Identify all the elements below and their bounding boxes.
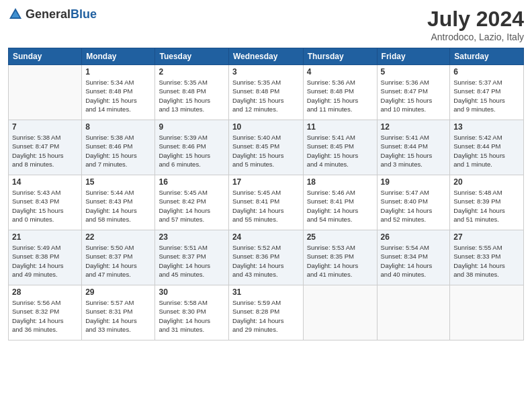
- day-info: Sunrise: 5:54 AMSunset: 8:34 PMDaylight:…: [381, 243, 447, 279]
- col-wednesday: Wednesday: [228, 48, 303, 65]
- table-row: 11Sunrise: 5:41 AMSunset: 8:45 PMDayligh…: [303, 120, 377, 175]
- day-number: 2: [159, 67, 224, 77]
- table-row: 17Sunrise: 5:45 AMSunset: 8:41 PMDayligh…: [228, 175, 303, 230]
- day-number: 13: [453, 122, 520, 132]
- day-number: 18: [307, 177, 373, 187]
- day-info: Sunrise: 5:52 AMSunset: 8:36 PMDaylight:…: [232, 243, 300, 279]
- table-row: 31Sunrise: 5:59 AMSunset: 8:28 PMDayligh…: [228, 285, 303, 340]
- table-row: 23Sunrise: 5:51 AMSunset: 8:37 PMDayligh…: [155, 230, 228, 285]
- table-row: 9Sunrise: 5:39 AMSunset: 8:46 PMDaylight…: [155, 120, 228, 175]
- calendar-week-row: 7Sunrise: 5:38 AMSunset: 8:47 PMDaylight…: [9, 120, 524, 175]
- table-row: 27Sunrise: 5:55 AMSunset: 8:33 PMDayligh…: [450, 230, 524, 285]
- day-number: 30: [159, 287, 224, 297]
- calendar: Sunday Monday Tuesday Wednesday Thursday…: [8, 48, 524, 340]
- day-info: Sunrise: 5:35 AMSunset: 8:48 PMDaylight:…: [232, 78, 300, 113]
- table-row: [377, 285, 450, 340]
- table-row: 4Sunrise: 5:36 AMSunset: 8:48 PMDaylight…: [303, 65, 377, 120]
- day-info: Sunrise: 5:38 AMSunset: 8:47 PMDaylight:…: [12, 133, 78, 169]
- day-number: 25: [307, 232, 373, 242]
- table-row: [303, 285, 377, 340]
- logo-icon: [8, 7, 23, 21]
- col-saturday: Saturday: [450, 48, 524, 65]
- day-info: Sunrise: 5:56 AMSunset: 8:32 PMDaylight:…: [12, 298, 78, 334]
- table-row: 6Sunrise: 5:37 AMSunset: 8:47 PMDaylight…: [450, 65, 524, 120]
- day-info: Sunrise: 5:43 AMSunset: 8:43 PMDaylight:…: [12, 188, 78, 224]
- day-number: 12: [381, 122, 447, 132]
- day-info: Sunrise: 5:38 AMSunset: 8:46 PMDaylight:…: [85, 133, 151, 169]
- table-row: 10Sunrise: 5:40 AMSunset: 8:45 PMDayligh…: [228, 120, 303, 175]
- table-row: [9, 65, 82, 120]
- table-row: 30Sunrise: 5:58 AMSunset: 8:30 PMDayligh…: [155, 285, 228, 340]
- calendar-week-row: 14Sunrise: 5:43 AMSunset: 8:43 PMDayligh…: [9, 175, 524, 230]
- day-number: 19: [381, 177, 447, 187]
- table-row: 20Sunrise: 5:48 AMSunset: 8:39 PMDayligh…: [450, 175, 524, 230]
- table-row: 12Sunrise: 5:41 AMSunset: 8:44 PMDayligh…: [377, 120, 450, 175]
- day-number: 4: [307, 67, 373, 77]
- day-info: Sunrise: 5:44 AMSunset: 8:43 PMDaylight:…: [85, 188, 151, 224]
- day-number: 7: [12, 122, 78, 132]
- day-info: Sunrise: 5:36 AMSunset: 8:47 PMDaylight:…: [381, 78, 447, 113]
- day-info: Sunrise: 5:59 AMSunset: 8:28 PMDaylight:…: [232, 298, 300, 334]
- day-number: 3: [232, 67, 300, 77]
- day-number: 21: [12, 232, 78, 242]
- day-number: 16: [159, 177, 224, 187]
- day-info: Sunrise: 5:55 AMSunset: 8:33 PMDaylight:…: [453, 243, 520, 279]
- day-info: Sunrise: 5:47 AMSunset: 8:40 PMDaylight:…: [381, 188, 447, 224]
- table-row: 26Sunrise: 5:54 AMSunset: 8:34 PMDayligh…: [377, 230, 450, 285]
- calendar-week-row: 1Sunrise: 5:34 AMSunset: 8:48 PMDaylight…: [9, 65, 524, 120]
- table-row: 21Sunrise: 5:49 AMSunset: 8:38 PMDayligh…: [9, 230, 82, 285]
- table-row: 5Sunrise: 5:36 AMSunset: 8:47 PMDaylight…: [377, 65, 450, 120]
- header: GeneralBlue July 2024 Antrodoco, Lazio, …: [8, 7, 524, 42]
- table-row: 15Sunrise: 5:44 AMSunset: 8:43 PMDayligh…: [82, 175, 155, 230]
- calendar-header-row: Sunday Monday Tuesday Wednesday Thursday…: [9, 48, 524, 65]
- day-number: 26: [381, 232, 447, 242]
- table-row: 19Sunrise: 5:47 AMSunset: 8:40 PMDayligh…: [377, 175, 450, 230]
- table-row: 16Sunrise: 5:45 AMSunset: 8:42 PMDayligh…: [155, 175, 228, 230]
- table-row: 24Sunrise: 5:52 AMSunset: 8:36 PMDayligh…: [228, 230, 303, 285]
- table-row: 13Sunrise: 5:42 AMSunset: 8:44 PMDayligh…: [450, 120, 524, 175]
- day-number: 15: [85, 177, 151, 187]
- logo-text: GeneralBlue: [26, 7, 97, 21]
- day-number: 20: [453, 177, 520, 187]
- day-number: 14: [12, 177, 78, 187]
- day-info: Sunrise: 5:39 AMSunset: 8:46 PMDaylight:…: [159, 133, 224, 169]
- col-friday: Friday: [377, 48, 450, 65]
- day-number: 1: [85, 67, 151, 77]
- day-info: Sunrise: 5:48 AMSunset: 8:39 PMDaylight:…: [453, 188, 520, 224]
- table-row: 2Sunrise: 5:35 AMSunset: 8:48 PMDaylight…: [155, 65, 228, 120]
- day-number: 24: [232, 232, 300, 242]
- logo-blue: Blue: [71, 7, 97, 21]
- day-info: Sunrise: 5:57 AMSunset: 8:31 PMDaylight:…: [85, 298, 151, 334]
- day-info: Sunrise: 5:40 AMSunset: 8:45 PMDaylight:…: [232, 133, 300, 169]
- day-number: 9: [159, 122, 224, 132]
- day-number: 8: [85, 122, 151, 132]
- col-sunday: Sunday: [9, 48, 82, 65]
- day-number: 5: [381, 67, 447, 77]
- table-row: 7Sunrise: 5:38 AMSunset: 8:47 PMDaylight…: [9, 120, 82, 175]
- col-thursday: Thursday: [303, 48, 377, 65]
- table-row: [450, 285, 524, 340]
- calendar-week-row: 21Sunrise: 5:49 AMSunset: 8:38 PMDayligh…: [9, 230, 524, 285]
- calendar-week-row: 28Sunrise: 5:56 AMSunset: 8:32 PMDayligh…: [9, 285, 524, 340]
- day-number: 29: [85, 287, 151, 297]
- subtitle: Antrodoco, Lazio, Italy: [427, 32, 524, 42]
- table-row: 25Sunrise: 5:53 AMSunset: 8:35 PMDayligh…: [303, 230, 377, 285]
- day-number: 6: [453, 67, 520, 77]
- table-row: 29Sunrise: 5:57 AMSunset: 8:31 PMDayligh…: [82, 285, 155, 340]
- day-number: 31: [232, 287, 300, 297]
- table-row: 28Sunrise: 5:56 AMSunset: 8:32 PMDayligh…: [9, 285, 82, 340]
- table-row: 18Sunrise: 5:46 AMSunset: 8:41 PMDayligh…: [303, 175, 377, 230]
- table-row: 3Sunrise: 5:35 AMSunset: 8:48 PMDaylight…: [228, 65, 303, 120]
- day-number: 22: [85, 232, 151, 242]
- day-info: Sunrise: 5:58 AMSunset: 8:30 PMDaylight:…: [159, 298, 224, 334]
- day-info: Sunrise: 5:41 AMSunset: 8:44 PMDaylight:…: [381, 133, 447, 169]
- day-number: 10: [232, 122, 300, 132]
- logo: GeneralBlue: [8, 7, 97, 21]
- day-info: Sunrise: 5:41 AMSunset: 8:45 PMDaylight:…: [307, 133, 373, 169]
- day-info: Sunrise: 5:37 AMSunset: 8:47 PMDaylight:…: [453, 78, 520, 113]
- day-info: Sunrise: 5:51 AMSunset: 8:37 PMDaylight:…: [159, 243, 224, 279]
- day-info: Sunrise: 5:46 AMSunset: 8:41 PMDaylight:…: [307, 188, 373, 224]
- col-monday: Monday: [82, 48, 155, 65]
- title-block: July 2024 Antrodoco, Lazio, Italy: [427, 7, 524, 42]
- day-info: Sunrise: 5:50 AMSunset: 8:37 PMDaylight:…: [85, 243, 151, 279]
